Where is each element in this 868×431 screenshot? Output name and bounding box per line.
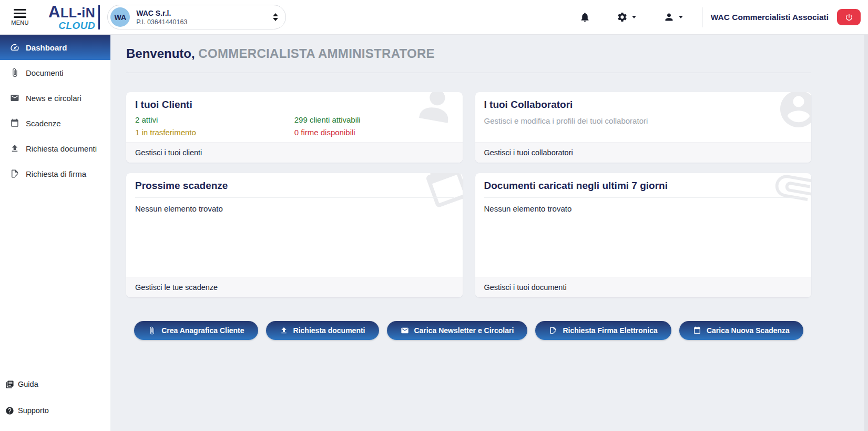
select-updown-icon xyxy=(273,13,278,21)
sidebar-item-label: Supporto xyxy=(18,406,49,415)
sidebar-item-scadenze[interactable]: Scadenze xyxy=(0,111,110,136)
sidebar-item-dashboard[interactable]: Dashboard xyxy=(0,35,110,60)
upload-icon xyxy=(280,326,288,335)
request-documents-button[interactable]: Richiesta documenti xyxy=(266,321,379,340)
top-header: MENU ALL-iN CLOUD WA WAC S.r.l. P.I. 036… xyxy=(0,0,868,35)
hamburger-icon xyxy=(14,9,26,18)
card-title: I tuoi Collaboratori xyxy=(484,99,803,111)
sidebar-item-label: Guida xyxy=(18,380,38,388)
vertical-scrollbar[interactable] xyxy=(864,35,868,431)
gear-icon xyxy=(617,12,628,23)
card-title-divider xyxy=(484,197,803,198)
account-name: WAC Commercialisti Associati xyxy=(711,13,829,22)
company-selector[interactable]: WA WAC S.r.l. P.I. 03641440163 xyxy=(107,5,286,29)
main-content: Benvenuto, COMMERCIALISTA AMMINISTRATORE… xyxy=(110,35,868,431)
sidebar-item-label: Scadenze xyxy=(26,119,61,128)
paperclip-icon xyxy=(10,68,19,77)
company-avatar: WA xyxy=(110,7,130,27)
chevron-down-icon xyxy=(679,16,683,18)
company-vat: P.I. 03641440163 xyxy=(136,18,273,26)
card-recent-documents: Documenti caricati negli ultimi 7 giorni… xyxy=(475,173,812,297)
heading-divider xyxy=(126,73,811,73)
sidebar-item-guida[interactable]: Guida xyxy=(0,371,110,397)
sidebar-item-richiesta-documenti[interactable]: Richiesta documenti xyxy=(0,136,110,161)
stat-activatable-clients: 299 clienti attivabili xyxy=(294,115,454,124)
app-logo: ALL-iN CLOUD xyxy=(48,4,95,31)
card-title-divider xyxy=(135,197,454,198)
envelope-icon xyxy=(401,326,409,335)
page-title: Benvenuto, COMMERCIALISTA AMMINISTRATORE xyxy=(126,46,811,61)
card-footer-link-collaborators[interactable]: Gestisci i tuoi collaboratori xyxy=(475,142,812,163)
card-footer-link-documents[interactable]: Gestisci i tuoi documenti xyxy=(475,277,812,297)
logo-line2: CLOUD xyxy=(58,21,95,31)
stat-transferring-clients: 1 in trasferimento xyxy=(135,128,294,137)
sidebar-item-richiesta-di-firma[interactable]: Richiesta di firma xyxy=(0,161,110,186)
menu-toggle-button[interactable]: MENU xyxy=(6,9,34,26)
card-footer-link-clients[interactable]: Gestisci i tuoi clienti xyxy=(126,142,463,163)
sidebar: Dashboard Documenti News e circolari Sca… xyxy=(0,35,110,431)
company-name: WAC S.r.l. xyxy=(136,9,273,17)
file-signature-icon xyxy=(10,169,19,178)
logout-button[interactable] xyxy=(837,9,861,25)
logo-divider xyxy=(98,5,100,29)
card-collaborators: I tuoi Collaboratori Gestisci e modifica… xyxy=(475,92,812,163)
bell-icon xyxy=(579,12,590,23)
user-icon xyxy=(663,12,675,23)
sidebar-item-news-e-circolari[interactable]: News e circolari xyxy=(0,85,110,111)
paperclip-icon xyxy=(148,326,156,335)
user-menu-button[interactable] xyxy=(663,12,683,23)
power-icon xyxy=(845,13,853,22)
create-client-button[interactable]: Crea Anagrafica Cliente xyxy=(134,321,258,340)
sidebar-item-label: News e circolari xyxy=(26,94,81,103)
upload-icon xyxy=(10,144,19,153)
sidebar-item-label: Richiesta documenti xyxy=(26,144,97,153)
settings-menu-button[interactable] xyxy=(617,12,636,23)
quick-actions-bar: Crea Anagrafica Cliente Richiesta docume… xyxy=(126,321,811,340)
card-title: I tuoi Clienti xyxy=(135,99,454,111)
card-title: Prossime scadenze xyxy=(135,180,454,192)
app-window: MENU ALL-iN CLOUD WA WAC S.r.l. P.I. 036… xyxy=(0,0,868,431)
dashboard-gauge-icon xyxy=(10,43,19,52)
guide-book-icon xyxy=(5,380,14,389)
sidebar-item-supporto[interactable]: Supporto xyxy=(0,397,110,424)
welcome-username: COMMERCIALISTA AMMINISTRATORE xyxy=(198,46,435,61)
chevron-down-icon xyxy=(632,16,636,18)
card-deadlines: Prossime scadenze Nessun elemento trovat… xyxy=(126,173,463,297)
request-esignature-button[interactable]: Richiesta Firma Elettronica xyxy=(535,321,671,340)
card-title: Documenti caricati negli ultimi 7 giorni xyxy=(484,180,803,192)
envelope-icon xyxy=(10,93,19,103)
sidebar-item-label: Documenti xyxy=(26,68,64,77)
menu-label: MENU xyxy=(11,19,29,26)
file-signature-icon xyxy=(549,326,557,335)
sidebar-item-label: Richiesta di firma xyxy=(26,169,86,178)
logo-line1: ALL-iN xyxy=(48,4,95,20)
empty-state-text: Nessun elemento trovato xyxy=(484,204,803,213)
sidebar-item-label: Dashboard xyxy=(26,43,67,52)
help-circle-icon xyxy=(5,406,14,415)
notifications-button[interactable] xyxy=(579,12,590,23)
calendar-icon xyxy=(693,326,701,335)
empty-state-text: Nessun elemento trovato xyxy=(135,204,454,213)
upload-newsletter-button[interactable]: Carica Newsletter e Circolari xyxy=(387,321,528,340)
stat-active-clients: 2 attivi xyxy=(135,115,294,124)
stat-available-signatures: 0 firme disponibili xyxy=(294,128,454,137)
card-clients: I tuoi Clienti 2 attivi 299 clienti atti… xyxy=(126,92,463,163)
card-subtitle: Gestisci e modifica i profili dei tuoi c… xyxy=(484,116,803,125)
card-footer-link-deadlines[interactable]: Gestisci le tue scadenze xyxy=(126,277,463,297)
calendar-icon xyxy=(10,118,19,128)
add-deadline-button[interactable]: Carica Nuova Scadenza xyxy=(679,321,803,340)
sidebar-item-documenti[interactable]: Documenti xyxy=(0,60,110,85)
welcome-prefix: Benvenuto, xyxy=(126,46,195,61)
header-divider xyxy=(702,7,702,27)
